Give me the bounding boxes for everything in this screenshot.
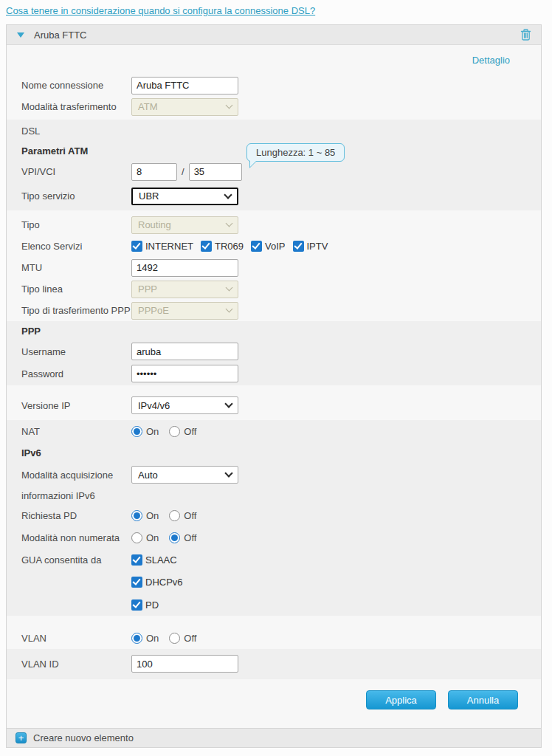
checkbox-label: IPTV — [307, 241, 328, 252]
vpi-input[interactable] — [131, 163, 177, 181]
detail-link[interactable]: Dettaglio — [472, 55, 510, 66]
unnumbered-on-radio[interactable]: On — [131, 532, 159, 543]
trash-icon — [520, 28, 532, 41]
dsl-label: DSL — [21, 126, 131, 137]
checkbox-checked-icon[interactable] — [131, 577, 142, 588]
type-label: Tipo — [21, 219, 131, 230]
dsl-help-link[interactable]: Cosa tenere in considerazione quando si … — [6, 5, 315, 16]
service-iptv-checkbox[interactable]: IPTV — [293, 241, 328, 252]
create-new-label: Creare nuovo elemento — [33, 732, 134, 743]
checkbox-label: DHCPv6 — [145, 577, 183, 588]
checkbox-checked-icon[interactable] — [293, 241, 304, 252]
ip-version-select[interactable]: IPv4/v6 — [131, 396, 238, 414]
plus-icon: + — [15, 732, 27, 743]
transfer-mode-select: ATM — [131, 98, 238, 116]
ip-version-value: IPv4/v6 — [138, 400, 170, 411]
radio-label: Off — [184, 532, 196, 543]
mtu-input[interactable] — [131, 259, 238, 277]
connection-name-input[interactable] — [131, 77, 238, 94]
service-internet-checkbox[interactable]: INTERNET — [131, 241, 193, 252]
radio-checked-icon[interactable] — [169, 532, 180, 543]
line-type-label: Tipo linea — [21, 284, 131, 295]
vlan-off-radio[interactable]: Off — [169, 633, 196, 644]
checkbox-checked-icon[interactable] — [131, 599, 142, 611]
apply-button[interactable]: Applica — [366, 690, 436, 709]
service-list-label: Elenco Servizi — [21, 241, 131, 252]
radio-unchecked-icon[interactable] — [169, 426, 180, 437]
username-input[interactable] — [131, 343, 238, 360]
service-type-label: Tipo servizio — [21, 190, 131, 202]
connection-name-label: Nome connessione — [21, 80, 131, 91]
vlan-id-input[interactable] — [131, 655, 238, 673]
username-label: Username — [21, 346, 131, 357]
ppp-transfer-type-select: PPPoE — [131, 302, 238, 320]
nat-on-radio[interactable]: On — [131, 426, 159, 437]
chevron-down-icon — [226, 306, 233, 313]
checkbox-label: VoIP — [265, 241, 285, 252]
acquisition-mode-select[interactable]: Auto — [131, 466, 238, 484]
service-type-select[interactable]: UBR — [131, 188, 238, 205]
atm-params-title: Parametri ATM — [21, 145, 131, 157]
create-new-item[interactable]: + Creare nuovo elemento — [7, 728, 541, 747]
checkbox-label: SLAAC — [145, 554, 177, 566]
acquisition-mode-label: Modalità acquisizione — [21, 470, 131, 481]
connection-panel: Aruba FTTC Lunghezza: 1 ~ 85 Dettaglio N… — [6, 24, 542, 748]
cancel-button[interactable]: Annulla — [448, 690, 518, 709]
chevron-down-icon — [224, 469, 232, 477]
unnumbered-off-radio[interactable]: Off — [169, 532, 196, 543]
chevron-down-icon — [226, 220, 233, 227]
vci-input[interactable] — [189, 163, 242, 181]
checkbox-checked-icon[interactable] — [201, 241, 212, 252]
checkbox-checked-icon[interactable] — [251, 241, 262, 252]
vlan-on-radio[interactable]: On — [131, 633, 159, 644]
service-tr069-checkbox[interactable]: TR069 — [201, 241, 244, 252]
delete-connection-button[interactable] — [520, 28, 532, 41]
chevron-down-icon — [224, 190, 232, 199]
password-input[interactable] — [131, 365, 238, 382]
ppp-transfer-type-value: PPPoE — [138, 305, 169, 316]
nat-off-radio[interactable]: Off — [169, 426, 196, 437]
gua-dhcpv6-checkbox[interactable]: DHCPv6 — [131, 577, 183, 588]
service-voip-checkbox[interactable]: VoIP — [251, 241, 285, 252]
radio-label: On — [146, 633, 159, 644]
vlan-id-label: VLAN ID — [21, 659, 131, 670]
checkbox-checked-icon[interactable] — [131, 554, 142, 566]
radio-checked-icon[interactable] — [131, 633, 142, 644]
panel-body: Lunghezza: 1 ~ 85 Dettaglio Nome conness… — [7, 45, 541, 728]
checkbox-checked-icon[interactable] — [131, 241, 142, 252]
section-general: Dettaglio Nome connessione Modalità tras… — [7, 45, 541, 120]
panel-header[interactable]: Aruba FTTC — [7, 25, 541, 45]
radio-unchecked-icon[interactable] — [131, 532, 142, 543]
radio-label: Off — [184, 510, 196, 521]
gua-allowed-label: GUA consentita da — [21, 554, 131, 566]
checkbox-label: PD — [145, 599, 159, 611]
gua-slaac-checkbox[interactable]: SLAAC — [131, 554, 177, 566]
chevron-down-icon — [226, 284, 233, 292]
section-dsl: DSL Parametri ATM VPI/VCI / Tipo servizi… — [7, 120, 541, 210]
service-type-value: UBR — [139, 190, 159, 202]
radio-unchecked-icon[interactable] — [169, 633, 180, 644]
radio-unchecked-icon[interactable] — [169, 510, 180, 521]
line-type-select: PPP — [131, 281, 238, 298]
pd-request-off-radio[interactable]: Off — [169, 510, 196, 521]
vpi-vci-label: VPI/VCI — [21, 166, 131, 177]
radio-checked-icon[interactable] — [131, 426, 142, 437]
transfer-mode-label: Modalità trasferimento — [21, 101, 131, 112]
collapse-arrow-icon[interactable] — [17, 32, 24, 38]
radio-label: On — [146, 426, 159, 437]
radio-label: Off — [184, 633, 196, 644]
mtu-label: MTU — [21, 262, 131, 273]
pd-request-label: Richiesta PD — [21, 510, 131, 521]
password-label: Password — [21, 368, 131, 379]
section-ppp: PPP Username Password — [7, 321, 541, 385]
gua-pd-checkbox[interactable]: PD — [131, 599, 159, 611]
radio-checked-icon[interactable] — [131, 510, 142, 521]
pd-request-on-radio[interactable]: On — [131, 510, 159, 521]
section-routing: Tipo Routing Elenco Servizi INTERNET TR0… — [7, 210, 541, 321]
chevron-down-icon — [224, 399, 232, 408]
chevron-down-icon — [226, 102, 233, 109]
ppp-title: PPP — [21, 326, 131, 337]
ip-version-label: Versione IP — [21, 400, 131, 411]
radio-label: On — [146, 510, 159, 521]
vpi-length-tooltip: Lunghezza: 1 ~ 85 — [246, 143, 345, 162]
